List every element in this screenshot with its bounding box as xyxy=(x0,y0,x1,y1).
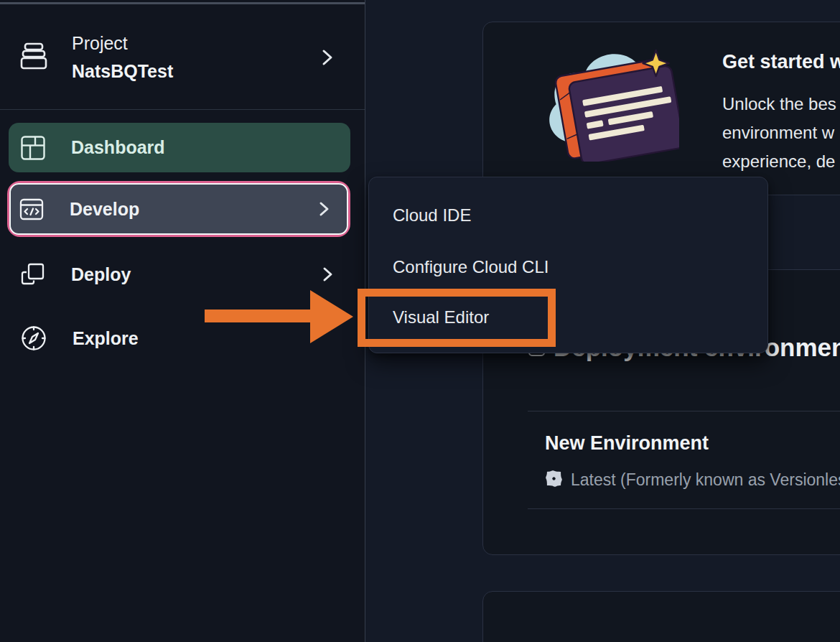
row-divider xyxy=(528,508,840,509)
develop-code-window-icon xyxy=(18,195,45,223)
project-label: Project xyxy=(72,33,128,54)
get-started-illustration xyxy=(536,38,679,162)
get-started-card: Get started w Unlock the bes environment… xyxy=(482,22,840,195)
sidebar-item-deploy[interactable]: Deploy xyxy=(9,252,350,297)
dbt-logo-icon xyxy=(543,467,565,490)
deploy-squares-icon xyxy=(19,261,47,288)
bottom-card xyxy=(482,591,840,642)
get-started-title: Get started w xyxy=(722,51,840,73)
annotation-arrow xyxy=(205,310,314,322)
project-name: NatsBQTest xyxy=(72,61,173,82)
sidebar-item-label: Deploy xyxy=(71,264,131,285)
annotation-highlight-box xyxy=(358,289,556,347)
sidebar-item-explore[interactable]: Explore xyxy=(9,316,350,360)
chevron-right-icon xyxy=(322,266,333,282)
menu-item-configure-cloud-cli[interactable]: Configure Cloud CLI xyxy=(393,257,549,283)
sidebar-divider xyxy=(0,109,365,110)
chevron-right-icon xyxy=(322,49,333,66)
environment-row-title[interactable]: New Environment xyxy=(545,432,709,455)
app-window: Get started w Unlock the bes environment… xyxy=(0,0,840,642)
sidebar-top-rule xyxy=(0,2,365,4)
chevron-right-icon xyxy=(319,201,330,217)
environment-row-subtitle: Latest (Formerly known as Versionless xyxy=(571,470,840,490)
row-divider xyxy=(528,411,840,411)
get-started-text-line: experience, de xyxy=(722,152,835,172)
dashboard-icon xyxy=(19,134,47,162)
sidebar-item-develop[interactable]: Develop xyxy=(7,181,350,237)
sidebar-item-dashboard[interactable]: Dashboard xyxy=(9,123,350,172)
get-started-text-line: Unlock the bes xyxy=(722,94,836,114)
project-stack-icon xyxy=(19,40,49,72)
sidebar-item-label: Explore xyxy=(73,328,139,349)
project-selector[interactable]: Project NatsBQTest xyxy=(0,26,365,106)
explore-compass-icon xyxy=(19,324,48,353)
sidebar-item-label: Develop xyxy=(70,199,139,220)
get-started-text-line: environment w xyxy=(722,123,834,143)
menu-item-cloud-ide[interactable]: Cloud IDE xyxy=(393,205,471,231)
annotation-arrow-head xyxy=(310,290,353,343)
sidebar-item-label: Dashboard xyxy=(71,137,165,158)
